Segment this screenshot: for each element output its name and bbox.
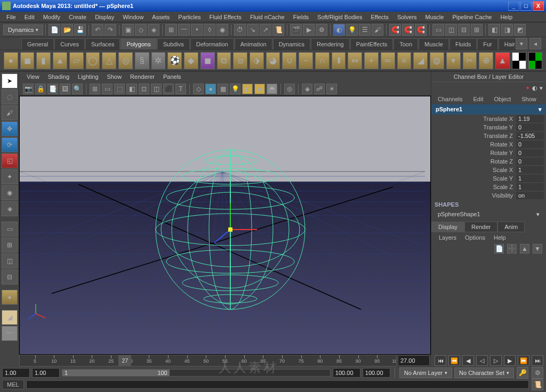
light-linking-icon[interactable]: 💡 <box>346 24 358 36</box>
attr-value[interactable]: 0 <box>516 141 544 148</box>
range-end-outer-field[interactable] <box>363 368 390 378</box>
attr-value[interactable]: on <box>516 192 544 199</box>
render-layer-icon[interactable]: ☰ <box>359 24 371 36</box>
select-by-object-icon[interactable]: ◇ <box>135 24 147 36</box>
layer-add-icon[interactable]: ➕ <box>507 244 517 254</box>
vp-image-plane-icon[interactable]: 🖼 <box>60 84 70 94</box>
tool-settings-toggle-icon[interactable]: ◩ <box>514 24 526 36</box>
menu-fluidncache[interactable]: Fluid nCache <box>246 13 289 21</box>
panel-layout-3-icon[interactable]: ⊟ <box>458 24 470 36</box>
rotate-tool-icon[interactable]: ⟳ <box>2 137 18 152</box>
attr-row[interactable]: Translate Z-1.505 <box>431 132 546 140</box>
bridge-icon[interactable]: ⇔ <box>348 52 362 69</box>
menu-display[interactable]: Display <box>91 13 118 21</box>
vp-select-camera-icon[interactable]: 📷 <box>23 84 34 94</box>
snap-live-icon[interactable]: ◉ <box>216 24 228 36</box>
go-to-end-icon[interactable]: ⏭ <box>532 355 543 366</box>
boolean-intersect-icon[interactable]: ∩ <box>315 52 330 69</box>
platonic-icon[interactable]: ◆ <box>184 52 198 69</box>
vp-textured-icon[interactable]: ▦ <box>218 84 228 94</box>
menu-softrigidbodies[interactable]: Soft/Rigid Bodies <box>313 13 366 21</box>
perspective-viewport[interactable] <box>19 96 431 355</box>
open-scene-icon[interactable]: 📂 <box>61 24 73 36</box>
menu-modify[interactable]: Modify <box>39 13 65 21</box>
two-pane-stack-layout-icon[interactable]: ⊟ <box>2 270 18 284</box>
layer-tab-anim[interactable]: Anim <box>497 222 525 232</box>
attr-row[interactable]: Scale X1 <box>431 166 546 174</box>
magnet-z-icon[interactable]: 🧲 <box>415 24 427 36</box>
attr-row[interactable]: Visibilityon <box>431 191 546 200</box>
menu-help[interactable]: Help <box>496 13 517 21</box>
layer-down-icon[interactable]: ▼ <box>533 244 542 254</box>
vpmenu-view[interactable]: View <box>22 72 44 81</box>
construction-history-icon[interactable]: 📜 <box>272 24 284 36</box>
menu-effects[interactable]: Effects <box>366 13 392 21</box>
shelf-tab-general[interactable]: General <box>21 38 54 50</box>
merge-icon[interactable]: ⊕ <box>479 52 493 69</box>
poly-cube-icon[interactable]: ◼ <box>20 52 35 69</box>
smooth-icon[interactable]: ◕ <box>266 52 280 69</box>
vpmenu-shading[interactable]: Shading <box>44 72 74 81</box>
menu-fluideffects[interactable]: Fluid Effects <box>205 13 246 21</box>
attr-row[interactable]: Rotate X0 <box>431 140 546 149</box>
layer-menu-options[interactable]: Options <box>461 233 489 242</box>
panel-layout-2-icon[interactable]: ◫ <box>445 24 457 36</box>
select-by-component-icon[interactable]: ◈ <box>148 24 159 36</box>
command-input[interactable] <box>26 380 529 389</box>
shelf-tab-polygons[interactable]: Polygons <box>121 38 156 50</box>
undo-icon[interactable]: ↶ <box>92 24 103 36</box>
attr-value[interactable]: 0 <box>516 124 544 131</box>
vp-lock-camera-icon[interactable]: 🔒 <box>35 84 46 94</box>
extract-icon[interactable]: ⬗ <box>250 52 264 69</box>
shelf-scroll-icon[interactable]: ◂ <box>529 38 541 50</box>
shelf-tab-muscle[interactable]: Muscle <box>419 38 449 50</box>
show-manip-tool-icon[interactable]: ◈ <box>2 201 18 216</box>
poly-cylinder-icon[interactable]: ▮ <box>36 52 51 69</box>
attr-row[interactable]: Rotate Y0 <box>431 149 546 157</box>
attr-value[interactable]: 1.19 <box>516 115 544 123</box>
checker-icon[interactable] <box>512 52 526 69</box>
go-to-start-icon[interactable]: ⏮ <box>435 355 446 366</box>
poly-pipe-icon[interactable]: ◎ <box>118 52 133 69</box>
separate-icon[interactable]: ⧈ <box>233 52 247 69</box>
vp-resolution-gate-icon[interactable]: ⬚ <box>114 84 125 94</box>
poly-gear-icon[interactable]: ✲ <box>151 52 166 69</box>
panel-layout-4-icon[interactable]: ⊞ <box>471 24 483 36</box>
poly-prism-icon[interactable]: △ <box>102 52 116 69</box>
uv-icon[interactable] <box>528 52 543 69</box>
attr-row[interactable]: Rotate Z0 <box>431 157 546 166</box>
menu-muscle[interactable]: Muscle <box>421 13 448 21</box>
window-minimize-button[interactable]: _ <box>508 1 519 11</box>
attr-row[interactable]: Scale Z1 <box>431 183 546 191</box>
poly-plane-icon[interactable]: ▱ <box>69 52 84 69</box>
cb-settings-icon[interactable]: ▾ <box>540 85 543 92</box>
shelf-tab-toon[interactable]: Toon <box>394 38 418 50</box>
layer-list[interactable] <box>431 255 546 308</box>
magnet-x-icon[interactable]: 🧲 <box>389 24 401 36</box>
vp-shadows-icon[interactable]: ◐ <box>242 84 253 94</box>
attr-value[interactable]: 0 <box>516 158 544 165</box>
shelf-tab-subdivs[interactable]: Subdivs <box>157 38 190 50</box>
range-slider[interactable]: 1100 <box>62 369 331 377</box>
vp-joints-icon[interactable]: ☍ <box>314 84 325 94</box>
attr-value[interactable]: 1 <box>516 175 544 182</box>
move-tool-icon[interactable]: ✥ <box>2 121 18 136</box>
collapse-icon[interactable]: ▾ <box>446 52 461 69</box>
snap-point-icon[interactable]: • <box>191 24 203 36</box>
shelf-tab-painteffects[interactable]: PaintEffects <box>350 38 394 50</box>
layer-menu-layers[interactable]: Layers <box>435 233 461 242</box>
attr-row[interactable]: Translate Y0 <box>431 123 546 132</box>
vp-exposure-icon[interactable]: ☀ <box>326 84 337 94</box>
bevel-icon[interactable]: ◢ <box>413 52 428 69</box>
menu-window[interactable]: Window <box>118 13 148 21</box>
single-pane-layout-icon[interactable]: ▭ <box>2 222 18 236</box>
shelf-tab-fur[interactable]: Fur <box>477 38 498 50</box>
play-forward-icon[interactable]: ▷ <box>490 355 502 366</box>
shelf-tab-animation[interactable]: Animation <box>235 38 272 50</box>
step-forward-icon[interactable]: ▶ <box>504 355 516 366</box>
offset-loop-icon[interactable]: ≡ <box>397 52 412 69</box>
anim-layer-dropdown[interactable]: No Anim Layer <box>399 368 452 378</box>
range-start-outer-field[interactable] <box>2 368 30 378</box>
poly-sphere-icon[interactable]: ● <box>4 52 18 69</box>
poly-helix-icon[interactable]: § <box>135 52 149 69</box>
